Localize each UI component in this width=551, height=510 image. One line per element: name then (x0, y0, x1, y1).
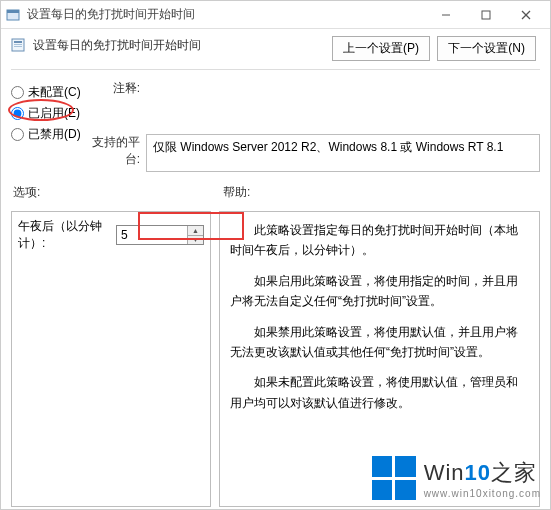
window-title: 设置每日的免打扰时间开始时间 (27, 6, 426, 23)
svg-rect-9 (14, 46, 22, 47)
prev-setting-button[interactable]: 上一个设置(P) (332, 36, 430, 61)
svg-rect-8 (14, 44, 22, 45)
radio-not-configured-label: 未配置(C) (28, 84, 81, 101)
radio-disabled-label: 已禁用(D) (28, 126, 81, 143)
close-button[interactable] (506, 2, 546, 28)
radio-group: 未配置(C) 已启用(E) 已禁用(D) (11, 78, 86, 178)
maximize-button[interactable] (466, 2, 506, 28)
options-label: 选项: (13, 184, 221, 201)
radio-not-configured[interactable]: 未配置(C) (11, 84, 86, 101)
platform-text: 仅限 Windows Server 2012 R2、Windows 8.1 或 … (153, 140, 503, 154)
minutes-label: 午夜后（以分钟计）: (18, 218, 110, 252)
comment-row: 注释: (86, 80, 540, 128)
platform-value-wrap: 仅限 Windows Server 2012 R2、Windows 8.1 或 … (146, 134, 540, 172)
spin-arrows: ▲ ▼ (187, 226, 203, 244)
help-paragraph: 如果禁用此策略设置，将使用默认值，并且用户将无法更改该默认值或其他任何“免打扰时… (230, 322, 529, 363)
options-pane: 午夜后（以分钟计）: ▲ ▼ (11, 211, 211, 507)
dialog-window: 设置每日的免打扰时间开始时间 设置每日的免打扰时间开始时间 上一个设置(P) 下… (0, 0, 551, 510)
separator (11, 69, 540, 70)
minutes-spinbox[interactable]: ▲ ▼ (116, 225, 204, 245)
page-title: 设置每日的免打扰时间开始时间 (33, 37, 201, 54)
meta-column: 注释: 支持的平台: 仅限 Windows Server 2012 R2、Win… (86, 78, 540, 178)
spin-up-icon[interactable]: ▲ (188, 226, 203, 236)
help-pane[interactable]: 此策略设置指定每日的免打扰时间开始时间（本地时间午夜后，以分钟计）。 如果启用此… (219, 211, 540, 507)
help-paragraph: 如果未配置此策略设置，将使用默认值，管理员和用户均可以对该默认值进行修改。 (230, 372, 529, 413)
help-paragraph: 如果启用此策略设置，将使用指定的时间，并且用户将无法自定义任何“免打扰时间”设置… (230, 271, 529, 312)
svg-rect-3 (482, 11, 490, 19)
minutes-input[interactable] (117, 226, 187, 244)
platform-label: 支持的平台: (86, 134, 146, 168)
platform-row: 支持的平台: 仅限 Windows Server 2012 R2、Windows… (86, 134, 540, 172)
lower-labels: 选项: 帮助: (11, 178, 540, 203)
page-icon (11, 38, 27, 54)
comment-value (146, 80, 540, 128)
minimize-button[interactable] (426, 2, 466, 28)
help-paragraph: 此策略设置指定每日的免打扰时间开始时间（本地时间午夜后，以分钟计）。 (230, 220, 529, 261)
svg-rect-1 (7, 10, 19, 13)
config-area: 未配置(C) 已启用(E) 已禁用(D) 注释: 支持的平台: (11, 78, 540, 178)
app-icon (5, 7, 21, 23)
radio-enabled[interactable]: 已启用(E) (11, 105, 86, 122)
content-area: 设置每日的免打扰时间开始时间 上一个设置(P) 下一个设置(N) 未配置(C) … (1, 29, 550, 510)
minutes-option-row: 午夜后（以分钟计）: ▲ ▼ (18, 218, 204, 252)
svg-rect-7 (14, 41, 22, 43)
lower-panes: 午夜后（以分钟计）: ▲ ▼ 此策略设置指定每日的免打扰时间开始时间（本地时间午… (11, 211, 540, 507)
comment-label: 注释: (86, 80, 146, 97)
radio-enabled-label: 已启用(E) (28, 105, 80, 122)
radio-not-configured-input[interactable] (11, 86, 24, 99)
spin-down-icon[interactable]: ▼ (188, 236, 203, 245)
radio-disabled[interactable]: 已禁用(D) (11, 126, 86, 143)
titlebar: 设置每日的免打扰时间开始时间 (1, 1, 550, 29)
help-label: 帮助: (223, 184, 250, 201)
platform-box[interactable]: 仅限 Windows Server 2012 R2、Windows 8.1 或 … (146, 134, 540, 172)
next-setting-button[interactable]: 下一个设置(N) (437, 36, 536, 61)
radio-enabled-input[interactable] (11, 107, 24, 120)
radio-disabled-input[interactable] (11, 128, 24, 141)
